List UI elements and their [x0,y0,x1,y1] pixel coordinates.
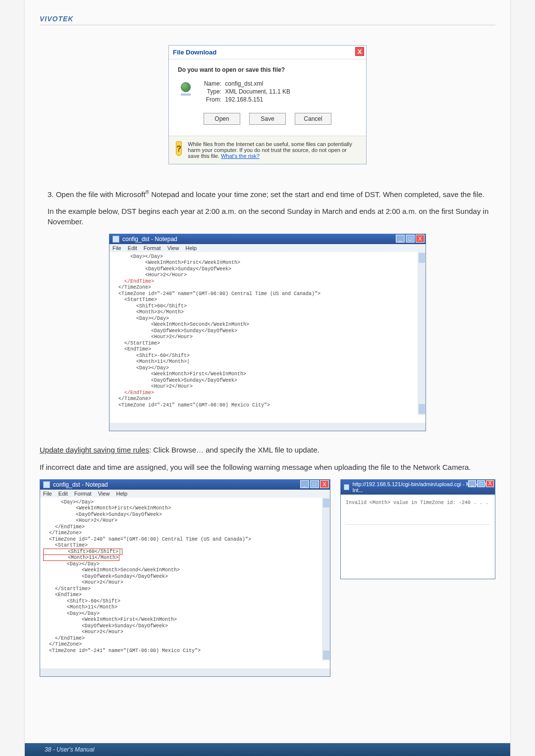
step3-rest: Notepad and locate your time zone; set t… [149,190,484,199]
window-buttons: _ □ X [300,480,329,488]
menu-help[interactable]: Help [185,245,197,251]
globe-icon [178,82,194,98]
minimize-icon[interactable]: _ [468,480,476,487]
close-icon[interactable]: X [416,235,425,243]
maximize-icon[interactable]: □ [310,480,319,488]
ie-icon [344,484,349,490]
menu-view[interactable]: View [167,245,179,251]
type-label: Type: [202,88,221,95]
update-rules-text: Update daylight saving time rules: Click… [40,445,495,455]
menu-format[interactable]: Format [144,245,161,251]
menu-file[interactable]: File [112,245,121,251]
np2-bad-month: <Month>11</Month> [43,554,119,561]
from-label: From: [202,96,221,103]
file-from: 192.168.5.151 [225,96,263,103]
file-download-body: Do you want to open or save this file? N… [169,59,366,136]
np1-tail: </TimeZone> <TimeZone id="-241" name="(G… [112,396,270,408]
ie-error-window: http://192.168.5.121/cgi-bin/admin/uploa… [340,479,495,579]
close-icon[interactable]: X [486,480,494,487]
np2-a: <Day></Day> <WeekInMonth>First</WeekInMo… [43,500,251,549]
open-button[interactable]: Open [204,113,240,125]
registered-mark: ® [146,190,149,195]
np2-bad-shift: <Shift>60</Shift>| [43,549,122,555]
notepad-content[interactable]: <Day></Day> <WeekInMonth>First</WeekInMo… [109,252,426,423]
vertical-scrollbar[interactable] [322,498,330,661]
ie-title-bar: http://192.168.5.121/cgi-bin/admin/uploa… [341,480,495,495]
np1-endtime2: </EndTime> [112,390,154,396]
maximize-icon[interactable]: □ [406,235,415,243]
notepad-title-bar: config_dst - Notepad _ □ X [40,480,330,490]
notepad-window-1: config_dst - Notepad _ □ X File Edit For… [109,234,426,432]
save-button[interactable]: Save [249,113,286,125]
name-label: Name: [202,80,221,87]
example-text: In the example below, DST begins each ye… [40,206,495,227]
window-buttons: _ □ X [396,235,425,243]
minimize-icon[interactable]: _ [300,480,309,488]
file-download-title-text: File Download [173,49,216,56]
file-download-prompt: Do you want to open or save this file? [178,66,357,73]
whats-the-risk-link[interactable]: What's the risk? [221,153,260,159]
notepad-menu: File Edit Format View Help [109,244,426,252]
ie-error-body: Invalid <Month> value in TimeZone id: -2… [341,495,495,579]
horizontal-scrollbar[interactable] [109,423,426,431]
menu-view[interactable]: View [98,491,110,497]
close-icon[interactable]: X [320,480,329,488]
file-name: config_dst.xml [225,80,263,87]
notepad-title-text: config_dst - Notepad [53,481,108,488]
np1-pre: <Day></Day> <WeekInMonth>First</WeekInMo… [112,254,240,278]
horizontal-scrollbar[interactable] [40,668,330,676]
page-footer: 38 - User's Manual [25,743,510,756]
shield-icon: ? [176,141,182,156]
update-rest: : Click Browse… and specify the XML file… [149,446,320,454]
update-underline: Update daylight saving time rules [40,446,149,454]
ie-error-message: Invalid <Month> value in TimeZone id: -2… [346,500,488,505]
vertical-scrollbar[interactable] [418,252,426,415]
warning-text: While files from the Internet can be use… [188,141,352,159]
menu-edit[interactable]: Edit [58,491,68,497]
file-download-dialog: File Download X Do you want to open or s… [168,45,367,164]
step3-prefix: 3. Open the file with Microsoft [48,190,146,199]
notepad-title-text: config_dst - Notepad [122,236,177,243]
cancel-button[interactable]: Cancel [295,113,331,125]
np1-endtime1: </EndTime> [112,279,154,284]
notepad-menu: File Edit Format View Help [40,490,330,498]
step-3-text: 3. Open the file with Microsoft® Notepad… [40,189,495,200]
close-icon[interactable]: X [355,47,364,56]
menu-edit[interactable]: Edit [128,245,137,251]
window-buttons: _ □ X [468,480,494,487]
np1-mid: </TimeZone> <TimeZone id="-240" name="(G… [112,285,321,389]
np2-b: <Day></Day> <WeekInMonth>Second</WeekInM… [43,561,201,654]
notepad-icon [43,481,50,488]
notepad-content[interactable]: <Day></Day> <WeekInMonth>First</WeekInMo… [40,498,330,669]
file-download-title: File Download X [169,46,366,59]
notepad-title-bar: config_dst - Notepad _ □ X [109,234,426,244]
menu-file[interactable]: File [43,491,52,497]
file-download-warning: While files from the Internet can be use… [188,141,359,159]
notepad-window-2: config_dst - Notepad _ □ X File Edit For… [40,479,330,677]
menu-help[interactable]: Help [116,491,127,497]
menu-format[interactable]: Format [74,491,92,497]
notepad-icon [112,236,119,243]
incorrect-warning-text: If incorrect date and time are assigned,… [40,462,495,472]
brand-header: VIVOTEK [40,15,495,25]
file-info: Name: config_dst.xml Type: XML Document,… [202,80,290,104]
minimize-icon[interactable]: _ [396,235,405,243]
file-download-footer: ? While files from the Internet can be u… [169,136,366,164]
file-type: XML Document, 11.1 KB [225,88,290,95]
maximize-icon[interactable]: □ [477,480,485,487]
